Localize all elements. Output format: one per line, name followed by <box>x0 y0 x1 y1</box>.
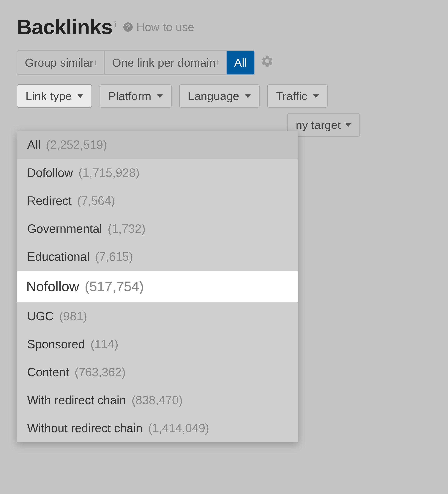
link-type-option[interactable]: Sponsored(114) <box>17 330 298 358</box>
link-type-option[interactable]: Dofollow(1,715,928) <box>17 159 298 187</box>
option-label: Governmental <box>27 222 102 236</box>
option-count: (114) <box>91 337 118 351</box>
all-toggle[interactable]: All <box>227 51 254 74</box>
option-label: Redirect <box>27 194 71 208</box>
any-target-label: ny target <box>296 118 341 132</box>
platform-label: Platform <box>108 89 151 103</box>
traffic-filter[interactable]: Traffic <box>267 84 328 108</box>
link-type-option[interactable]: Governmental(1,732) <box>17 215 298 243</box>
all-label: All <box>234 56 247 69</box>
link-type-option[interactable]: Educational(7,615) <box>17 243 298 271</box>
chevron-down-icon <box>345 123 351 127</box>
option-count: (1,715,928) <box>78 166 139 180</box>
link-type-option[interactable]: All(2,252,519) <box>17 131 298 159</box>
option-count: (7,615) <box>95 250 133 264</box>
page-title: Backlinksi <box>17 15 116 39</box>
link-type-label: Link type <box>25 89 72 103</box>
option-label: Sponsored <box>27 337 85 351</box>
one-link-label: One link per domain <box>112 56 216 69</box>
traffic-label: Traffic <box>276 89 307 103</box>
option-count: (1,414,049) <box>148 421 209 435</box>
option-label: Dofollow <box>27 166 73 180</box>
group-similar-toggle[interactable]: Group similar i <box>17 51 105 74</box>
one-link-per-domain-toggle[interactable]: One link per domain i <box>105 51 227 74</box>
link-type-dropdown: All(2,252,519)Dofollow(1,715,928)Redirec… <box>17 131 298 442</box>
option-label: All <box>27 138 40 152</box>
language-filter[interactable]: Language <box>179 84 259 108</box>
chevron-down-icon <box>157 94 163 98</box>
link-type-option[interactable]: With redirect chain(838,470) <box>17 386 298 414</box>
option-count: (2,252,519) <box>46 138 107 152</box>
chevron-down-icon <box>245 94 251 98</box>
option-count: (981) <box>59 309 87 323</box>
chevron-down-icon <box>313 94 319 98</box>
chevron-down-icon <box>77 94 83 98</box>
help-icon: ? <box>123 22 133 32</box>
view-toggle-group: Group similar i One link per domain i Al… <box>17 50 255 75</box>
option-count: (7,564) <box>77 194 115 208</box>
option-count: (517,754) <box>85 279 144 294</box>
link-type-filter[interactable]: Link type <box>17 84 92 108</box>
option-count: (838,470) <box>131 393 183 407</box>
platform-filter[interactable]: Platform <box>99 84 172 108</box>
option-count: (763,362) <box>74 365 126 379</box>
page-header: Backlinksi ? How to use <box>17 15 431 39</box>
how-to-use-link[interactable]: ? How to use <box>123 20 194 34</box>
link-type-option[interactable]: Content(763,362) <box>17 358 298 386</box>
how-to-use-label: How to use <box>136 20 194 34</box>
option-label: Educational <box>27 250 89 264</box>
info-icon[interactable]: i <box>114 20 116 28</box>
title-text: Backlinks <box>17 15 113 39</box>
language-label: Language <box>188 89 239 103</box>
link-type-option[interactable]: Nofollow(517,754) <box>17 271 298 302</box>
option-count: (1,732) <box>108 222 146 236</box>
option-label: Content <box>27 365 69 379</box>
info-icon: i <box>95 59 97 66</box>
link-type-option[interactable]: UGC(981) <box>17 302 298 330</box>
option-label: Without redirect chain <box>27 421 142 435</box>
view-toggle-row: Group similar i One link per domain i Al… <box>17 50 431 75</box>
group-similar-label: Group similar <box>25 56 94 69</box>
link-type-option[interactable]: Redirect(7,564) <box>17 187 298 215</box>
filter-row: Link type Platform Language Traffic <box>17 84 431 108</box>
info-icon: i <box>217 59 219 66</box>
gear-icon[interactable] <box>260 54 274 71</box>
link-type-option[interactable]: Without redirect chain(1,414,049) <box>17 414 298 442</box>
option-label: With redirect chain <box>27 393 126 407</box>
option-label: UGC <box>27 309 54 323</box>
option-label: Nofollow <box>26 279 79 294</box>
